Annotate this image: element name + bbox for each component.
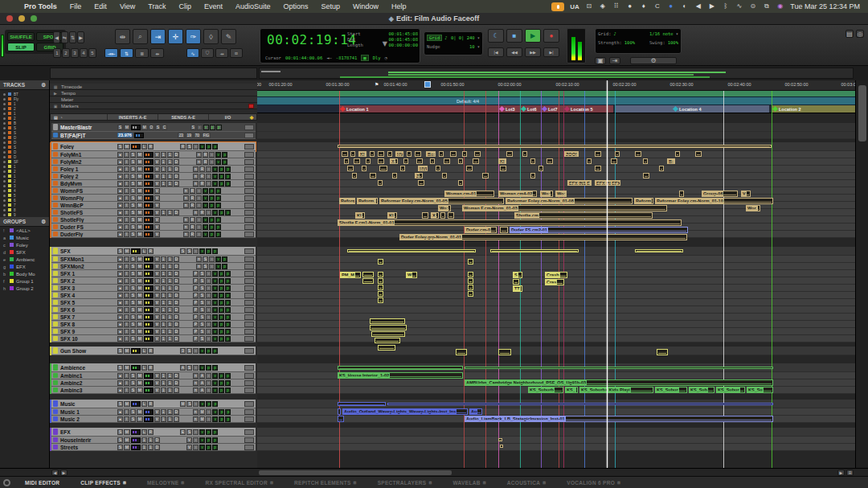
track-button-s[interactable]: S <box>130 336 136 342</box>
track-color-chip[interactable] <box>53 347 58 354</box>
menu-item-setup[interactable]: Setup <box>315 2 347 10</box>
format-badge[interactable]: R <box>148 401 154 407</box>
group-item-ambienc[interactable]: eAmbienc <box>0 256 49 263</box>
automation-badge[interactable]: v <box>212 174 218 179</box>
right-badge[interactable]: A <box>180 365 186 371</box>
track-color-chip[interactable] <box>53 174 58 178</box>
track-button-●[interactable]: ● <box>117 373 123 379</box>
tab-to-transient[interactable]: ⇥⇤ <box>104 48 118 58</box>
track-button-s[interactable]: S <box>130 166 136 172</box>
right-badge[interactable]: n <box>193 373 199 379</box>
automation-badge[interactable]: v <box>203 232 208 237</box>
tracks-panel-gear-icon[interactable]: ⚙ <box>41 82 46 88</box>
audio-clip-small[interactable] <box>362 278 374 284</box>
zoom-button-1[interactable]: ⇆ <box>61 31 68 43</box>
automation-badge[interactable]: p <box>219 166 224 172</box>
audio-clip-small[interactable] <box>338 408 341 415</box>
track-name[interactable]: SFX 1 <box>59 271 117 277</box>
dock-tab-acoustica[interactable]: ACOUSTICA⧈ <box>497 477 555 488</box>
format-badge[interactable]: D <box>174 210 179 215</box>
format-badge[interactable]: V <box>154 373 160 379</box>
track-button-m[interactable]: M <box>124 248 130 254</box>
track-button-i[interactable]: I <box>124 232 129 237</box>
automation-badge[interactable]: v <box>215 264 221 269</box>
right-badge[interactable]: ↑ <box>206 329 211 334</box>
tempo-band[interactable] <box>257 91 855 97</box>
audio-clip[interactable]: KS_House Interior_1-02 <box>338 372 463 379</box>
track-end-box[interactable] <box>244 125 254 130</box>
track-end-box[interactable] <box>244 188 254 194</box>
audio-clip[interactable]: Wo: <box>438 205 451 211</box>
track-color-chip[interactable] <box>53 445 58 449</box>
vertical-scrollbar[interactable] <box>855 80 868 468</box>
format-badge[interactable]: O <box>149 125 155 130</box>
track-button-m[interactable]: M <box>137 409 143 415</box>
right-badge[interactable]: V <box>186 445 192 450</box>
audio-clip-small[interactable] <box>378 291 383 297</box>
right-badge[interactable]: R <box>190 188 195 194</box>
format-badge[interactable]: L <box>141 429 147 435</box>
track-color-chip[interactable] <box>53 152 58 157</box>
automation-badge[interactable]: v <box>212 409 218 415</box>
right-badge[interactable]: ↑ <box>206 278 211 284</box>
automation-badge[interactable]: p <box>219 380 224 386</box>
automation-badge[interactable]: v <box>215 152 221 158</box>
strength-value[interactable]: 100% <box>624 40 635 45</box>
audio-clip-small[interactable] <box>522 151 527 157</box>
header-star-icon[interactable]: ◆ <box>247 114 256 120</box>
audio-clip-small[interactable] <box>482 173 489 178</box>
marker-lot6[interactable]: Lot6 <box>520 105 541 113</box>
end-value[interactable]: 00:01:45:08 <box>389 37 418 43</box>
right-badge[interactable]: n <box>193 210 199 215</box>
track-color-chip[interactable] <box>53 293 58 297</box>
audio-clip[interactable]: S <box>513 272 522 278</box>
memory-location-4[interactable]: 4 <box>80 48 88 58</box>
audio-clip-small[interactable] <box>458 158 463 164</box>
universe-overview[interactable] <box>259 68 854 79</box>
format-badge[interactable]: 1 <box>167 210 173 215</box>
right-badge[interactable]: ↑ <box>206 322 211 327</box>
automation-badge[interactable]: p <box>222 152 227 158</box>
grid-value-toggle[interactable]: Grid <box>427 35 442 41</box>
layered-edit[interactable]: ≣ <box>135 48 149 58</box>
track-button-m[interactable]: M <box>124 429 130 435</box>
track-row-shotlefly[interactable]: ShotleFly●ISMVnR↑vpp <box>51 216 256 223</box>
ruler-row-meter[interactable]: Meter <box>50 96 257 103</box>
right-badge[interactable]: ↑ <box>193 437 199 443</box>
insertion-follows[interactable]: ⇻ <box>150 48 164 58</box>
right-badge[interactable]: ↑ <box>206 314 211 320</box>
format-badge[interactable]: V <box>154 217 160 223</box>
bluetooth-icon[interactable]: ᛒ <box>721 2 730 10</box>
automation-badge[interactable]: p <box>225 329 231 334</box>
format-badge[interactable]: V <box>154 329 160 334</box>
audio-clip[interactable]: X <box>431 212 439 219</box>
audio-clip-small[interactable] <box>352 173 357 178</box>
audio-clip[interactable]: EFX IN EFX <box>595 180 620 186</box>
automation-badge[interactable]: p <box>209 188 215 194</box>
audio-clip-small[interactable] <box>370 325 407 330</box>
audio-clip[interactable]: AMBUrbn_Cambridge Neighborhood_PSE_OS_Ug… <box>465 379 773 386</box>
track-end-box[interactable] <box>244 278 254 284</box>
track-row-sfx9[interactable]: SFX 9●ISMV11DPS↑vpp <box>51 328 256 335</box>
right-badge[interactable]: S <box>186 401 192 407</box>
audio-clip-small[interactable] <box>450 151 457 157</box>
right-badge[interactable]: ↑ <box>206 293 211 298</box>
track-end-box[interactable] <box>244 300 254 306</box>
format-badge[interactable]: D <box>174 159 179 165</box>
audio-clip-small[interactable] <box>342 151 348 157</box>
audio-clip-small[interactable] <box>378 272 383 277</box>
automation-badge[interactable]: p <box>215 217 221 223</box>
track-button-i[interactable]: I <box>124 329 129 334</box>
ruler-row-markers[interactable]: ▣Markers <box>50 103 257 109</box>
track-button-i[interactable]: I <box>124 336 129 342</box>
swing-value[interactable]: 100% <box>668 40 678 45</box>
track-button-i[interactable]: I <box>124 278 129 284</box>
format-badge[interactable]: V <box>154 293 160 298</box>
audio-clip-small[interactable] <box>350 151 355 157</box>
marker-location2[interactable]: Location 2 <box>772 105 855 113</box>
target-icon[interactable]: ◎ <box>856 30 864 38</box>
format-badge[interactable]: 1 <box>161 409 166 415</box>
track-button-i[interactable]: I <box>124 293 129 298</box>
track-end-box[interactable] <box>244 166 254 172</box>
track-button-●[interactable]: ● <box>117 188 123 194</box>
